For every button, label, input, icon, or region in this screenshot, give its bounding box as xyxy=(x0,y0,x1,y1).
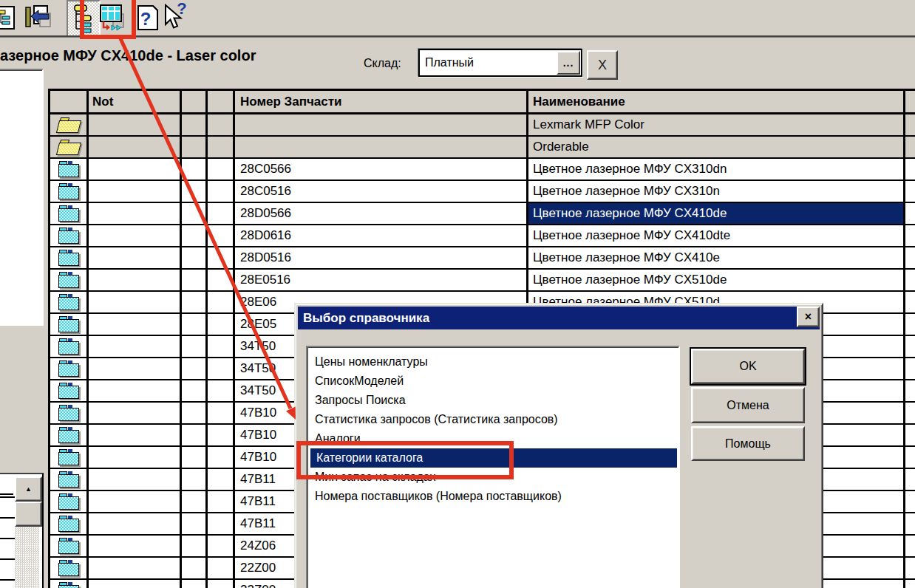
scrollbar-thumb[interactable] xyxy=(15,502,42,527)
empty-cell[interactable] xyxy=(182,380,205,401)
empty-cell[interactable] xyxy=(208,159,233,180)
empty-cell[interactable] xyxy=(905,292,915,312)
help-button[interactable]: Помощь xyxy=(691,426,805,461)
empty-cell[interactable] xyxy=(208,425,233,445)
column-header[interactable] xyxy=(905,91,915,112)
empty-cell[interactable] xyxy=(208,469,233,490)
empty-cell[interactable] xyxy=(905,203,915,224)
empty-cell[interactable] xyxy=(89,491,180,512)
empty-cell[interactable] xyxy=(208,225,233,246)
table-row[interactable]: Orderable xyxy=(50,137,915,157)
part-number-cell[interactable]: 28C0516 xyxy=(235,181,526,202)
empty-cell[interactable] xyxy=(905,225,915,246)
empty-cell[interactable] xyxy=(208,536,233,556)
empty-cell[interactable] xyxy=(182,513,205,534)
empty-cell[interactable] xyxy=(89,513,180,534)
column-header[interactable]: Not xyxy=(89,91,180,112)
name-cell[interactable]: Цветное лазерное МФУ CX410de xyxy=(528,203,903,224)
empty-cell[interactable] xyxy=(89,314,180,335)
empty-cell[interactable] xyxy=(905,380,915,401)
empty-cell[interactable] xyxy=(905,358,915,379)
empty-cell[interactable] xyxy=(182,447,205,468)
empty-cell[interactable] xyxy=(208,114,233,135)
empty-cell[interactable] xyxy=(182,403,205,423)
warehouse-browse-button[interactable]: ... xyxy=(557,51,580,75)
table-row[interactable]: 28C0566Цветное лазерное МФУ CX310dn xyxy=(50,159,915,180)
dialog-close-button[interactable]: × xyxy=(797,307,820,327)
warehouse-field[interactable]: Платный ... xyxy=(418,49,582,77)
column-header[interactable] xyxy=(50,91,86,112)
part-number-cell[interactable] xyxy=(235,114,526,135)
table-row[interactable]: Lexmark MFP Color xyxy=(50,114,915,135)
column-header[interactable] xyxy=(182,91,205,112)
column-header[interactable] xyxy=(208,91,233,112)
empty-cell[interactable] xyxy=(182,247,205,268)
empty-cell[interactable] xyxy=(208,447,233,468)
empty-cell[interactable] xyxy=(208,358,233,379)
empty-cell[interactable] xyxy=(905,270,915,290)
directory-list-item[interactable]: Запросы Поиска xyxy=(309,391,677,410)
dialog-titlebar[interactable]: Выбор справочника xyxy=(298,307,820,329)
empty-cell[interactable] xyxy=(182,159,205,180)
table-row[interactable]: 28D0516Цветное лазерное МФУ CX410e xyxy=(50,247,915,268)
empty-cell[interactable] xyxy=(905,425,915,445)
scrollbar-track[interactable] xyxy=(15,527,39,588)
part-number-cell[interactable]: 28D0566 xyxy=(235,203,526,224)
part-number-cell[interactable]: 28C0566 xyxy=(235,159,526,180)
empty-cell[interactable] xyxy=(182,491,205,512)
part-number-cell[interactable]: 28D0616 xyxy=(235,225,526,246)
empty-cell[interactable] xyxy=(89,380,180,401)
empty-cell[interactable] xyxy=(182,580,205,588)
empty-cell[interactable] xyxy=(208,203,233,224)
tree-document-icon[interactable] xyxy=(0,2,21,33)
part-number-cell[interactable]: 28D0516 xyxy=(235,247,526,268)
name-cell[interactable]: Цветное лазерное МФУ CX510de xyxy=(528,270,903,290)
empty-cell[interactable] xyxy=(905,114,915,135)
empty-cell[interactable] xyxy=(905,536,915,556)
empty-cell[interactable] xyxy=(89,159,180,180)
table-row[interactable]: 28D0566Цветное лазерное МФУ CX410de xyxy=(50,203,915,224)
empty-cell[interactable] xyxy=(905,491,915,512)
empty-cell[interactable] xyxy=(182,536,205,556)
empty-cell[interactable] xyxy=(905,247,915,268)
empty-cell[interactable] xyxy=(89,447,180,468)
empty-cell[interactable] xyxy=(905,469,915,490)
cancel-button[interactable]: Отмена xyxy=(691,387,805,423)
name-cell[interactable]: Цветное лазерное МФУ CX410dte xyxy=(528,225,903,246)
directory-list-item[interactable]: Номера поставщиков (Номера поставщиков) xyxy=(309,487,677,506)
empty-cell[interactable] xyxy=(89,137,180,157)
part-number-cell[interactable]: 28E0516 xyxy=(235,270,526,290)
empty-cell[interactable] xyxy=(182,225,205,246)
column-header[interactable]: Номер Запчасти xyxy=(235,91,526,112)
empty-cell[interactable] xyxy=(208,380,233,401)
column-header[interactable]: Наименование xyxy=(528,91,903,112)
ok-button[interactable]: OK xyxy=(691,349,805,384)
empty-cell[interactable] xyxy=(89,181,180,202)
empty-cell[interactable] xyxy=(89,536,180,556)
empty-cell[interactable] xyxy=(905,558,915,578)
empty-cell[interactable] xyxy=(89,114,180,135)
name-cell[interactable]: Lexmark MFP Color xyxy=(528,114,903,135)
empty-cell[interactable] xyxy=(208,247,233,268)
empty-cell[interactable] xyxy=(182,425,205,445)
empty-cell[interactable] xyxy=(208,270,233,290)
empty-cell[interactable] xyxy=(182,469,205,490)
empty-cell[interactable] xyxy=(208,314,233,335)
empty-cell[interactable] xyxy=(89,469,180,490)
name-cell[interactable]: Цветное лазерное МФУ CX310dn xyxy=(528,159,903,180)
scroll-up-button[interactable]: ▲ xyxy=(15,476,42,502)
empty-cell[interactable] xyxy=(182,203,205,224)
table-row[interactable]: 28E0516Цветное лазерное МФУ CX510de xyxy=(50,270,915,290)
warehouse-clear-button[interactable]: X xyxy=(587,50,618,80)
table-row[interactable]: 28D0616Цветное лазерное МФУ CX410dte xyxy=(50,225,915,246)
table-row[interactable]: 28C0516Цветное лазерное МФУ CX310n xyxy=(50,181,915,202)
category-tree-panel[interactable] xyxy=(0,69,44,326)
directory-list-item[interactable]: СписокМоделей xyxy=(309,372,677,391)
empty-cell[interactable] xyxy=(89,336,180,357)
empty-cell[interactable] xyxy=(89,580,180,588)
empty-cell[interactable] xyxy=(208,336,233,357)
empty-cell[interactable] xyxy=(208,292,233,312)
empty-cell[interactable] xyxy=(89,247,180,268)
name-cell[interactable]: Цветное лазерное МФУ CX310n xyxy=(528,181,903,202)
empty-cell[interactable] xyxy=(182,270,205,290)
